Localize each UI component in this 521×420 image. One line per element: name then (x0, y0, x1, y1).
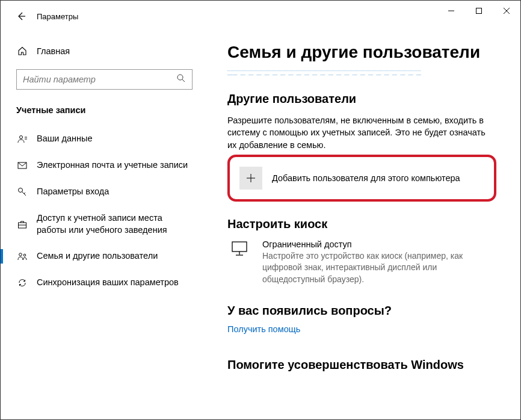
get-help-link[interactable]: Получить помощь (227, 324, 300, 334)
svg-point-16 (19, 253, 22, 256)
key-icon (16, 187, 28, 197)
questions-heading: У вас появились вопросы? (227, 304, 496, 318)
nav-home-label: Главная (37, 46, 70, 56)
sidebar-item-label: Параметры входа (37, 186, 109, 198)
window-maximize-button[interactable] (465, 1, 493, 20)
sidebar-item-signin-options[interactable]: Параметры входа (10, 179, 199, 205)
svg-point-11 (19, 188, 23, 193)
person-icon (16, 134, 28, 144)
page-title: Семья и другие пользователи (227, 43, 496, 62)
window-close-button[interactable] (493, 1, 520, 20)
monitor-icon (227, 239, 251, 258)
highlight-annotation: Добавить пользователя для этого компьюте… (227, 155, 496, 202)
svg-point-17 (23, 254, 26, 256)
kiosk-description: Настройте это устройство как киоск (напр… (262, 250, 496, 286)
sync-icon (16, 278, 28, 288)
app-title: Параметры (37, 12, 78, 21)
sidebar-item-work-school[interactable]: Доступ к учетной записи места работы или… (10, 205, 199, 243)
content-pane: Семья и другие пользователи __ _ _ _ _ _… (208, 32, 520, 419)
sidebar-section-label: Учетные записи (10, 102, 199, 126)
back-button[interactable] (13, 8, 29, 25)
kiosk-assigned-access[interactable]: Ограниченный доступ Настройте это устрой… (227, 239, 496, 286)
search-icon (176, 73, 186, 85)
kiosk-heading: Настроить киоск (227, 217, 496, 231)
nav-home[interactable]: Главная (10, 40, 199, 62)
sidebar-item-sync[interactable]: Синхронизация ваших параметров (10, 270, 199, 296)
sidebar-item-label: Семья и другие пользователи (37, 250, 158, 262)
kiosk-title: Ограниченный доступ (262, 239, 496, 249)
svg-line-6 (182, 79, 185, 82)
sidebar-item-email-accounts[interactable]: Электронная почта и учетные записи (10, 152, 199, 179)
plus-icon (239, 167, 262, 190)
sidebar-item-label: Синхронизация ваших параметров (37, 277, 179, 289)
svg-point-5 (177, 75, 183, 80)
other-users-description: Разрешите пользователям, не включенным в… (227, 114, 496, 151)
svg-rect-1 (476, 8, 482, 14)
svg-rect-20 (232, 242, 247, 252)
people-icon (16, 252, 28, 262)
sidebar-item-family-users[interactable]: Семья и другие пользователи (10, 243, 199, 270)
sidebar-item-label: Электронная почта и учетные записи (37, 159, 188, 171)
sidebar-item-your-info[interactable]: Ваши данные (10, 126, 199, 152)
search-input[interactable] (23, 75, 176, 84)
sidebar-item-label: Доступ к учетной записи места работы или… (37, 212, 193, 236)
improve-heading: Помогите усовершенствовать Windows (227, 358, 496, 372)
truncated-link[interactable]: __ _ _ _ _ _ _ _ _ _ _ _ _ _ _ _ _ _ _ _… (227, 66, 496, 75)
sidebar: Главная Учетные записи Ваши данные Элект… (1, 32, 208, 419)
mail-icon (16, 161, 28, 170)
search-input-wrapper[interactable] (16, 69, 193, 90)
add-user-label: Добавить пользователя для этого компьюте… (272, 173, 460, 183)
window-titlebar (412, 1, 520, 21)
other-users-heading: Другие пользователи (227, 92, 496, 106)
add-user-button[interactable]: Добавить пользователя для этого компьюте… (239, 167, 484, 190)
briefcase-icon (16, 220, 28, 229)
home-icon (16, 46, 28, 56)
svg-point-7 (19, 135, 22, 138)
window-minimize-button[interactable] (437, 1, 465, 20)
sidebar-item-label: Ваши данные (37, 133, 93, 145)
svg-line-13 (24, 193, 25, 194)
